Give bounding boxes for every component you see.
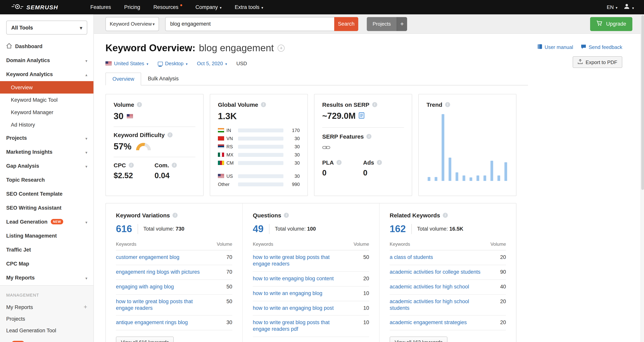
keyword-link[interactable]: a class of students [390,254,481,261]
nav-extra-tools[interactable]: Extra tools [228,0,270,14]
sidebar-item-dashboard[interactable]: Dashboard [0,39,94,53]
info-icon[interactable] [336,160,342,165]
volume-value: 30 [114,111,124,121]
search-input[interactable] [165,17,334,31]
keyword-link[interactable]: how to write engaging blog content [253,276,344,282]
nav-features[interactable]: Features [84,0,118,14]
send-feedback-link[interactable]: Send feedback [581,44,622,51]
management-item-projects[interactable]: Projects [0,313,94,324]
keyword-link[interactable]: academic engagement strategies [390,320,481,326]
language-selector[interactable]: EN [607,4,618,10]
view-all-variations-button[interactable]: View all 616 keywords [116,337,174,342]
management-header: MANAGEMENT [0,286,94,301]
nav-pricing[interactable]: Pricing [118,0,147,14]
keyword-link[interactable]: academic activities for high school stud… [390,298,481,311]
info-icon[interactable] [372,102,377,107]
sidebar-item-marketing-insights[interactable]: Marketing Insights [0,145,94,159]
sidebar-item-keyword-manager[interactable]: Keyword Manager [0,106,94,118]
keyword-link[interactable]: how to write an engaging blog [253,290,344,297]
country-filter[interactable]: United States [106,61,148,66]
info-icon[interactable] [137,102,142,107]
add-keyword-icon[interactable] [278,45,285,51]
tab-overview[interactable]: Overview [106,73,141,85]
sidebar-item-keyword-magic-tool[interactable]: Keyword Magic Tool [0,94,94,106]
sidebar-item-my-reports[interactable]: My Reports [0,271,94,285]
keyword-link[interactable]: how to write great blog posts that engag… [253,320,344,333]
user-menu[interactable] [624,3,634,11]
all-tools-select[interactable]: All Tools [6,21,87,35]
sidebar-item-keyword-analytics[interactable]: Keyword Analytics [0,67,94,81]
info-icon[interactable] [377,160,382,165]
keyword-link[interactable]: academic activities for high school [390,284,481,290]
questions-count: 49 [253,223,264,235]
cpc-value: $2.52 [114,171,154,180]
semrush-logo[interactable]: SEMRUSH [12,3,58,11]
view-all-related-button[interactable]: View all 162 keywords [390,337,448,342]
info-icon[interactable] [284,213,289,218]
nav-resources[interactable]: Resources [147,0,189,14]
projects-button[interactable]: Projects [367,17,397,31]
info-icon[interactable] [443,213,448,218]
com-value: 0.04 [154,171,196,180]
upgrade-button[interactable]: Upgrade [590,17,632,31]
sidebar-item-seo-content-template[interactable]: SEO Content Template [0,187,94,201]
logo-text: SEMRUSH [26,4,58,11]
search-button[interactable]: Search [334,17,358,31]
sidebar-item-topic-research[interactable]: Topic Research [0,173,94,187]
sidebar-item-overview[interactable]: Overview [0,81,94,94]
info-icon[interactable] [261,102,266,107]
date-filter[interactable]: Oct 5, 2020 [197,61,227,66]
page-keyword: blog engagement [199,42,274,54]
keyword-link[interactable]: how to write great blog posts that engag… [253,254,344,267]
info-icon[interactable] [172,163,177,168]
tab-bulk-analysis[interactable]: Bulk Analysis [141,73,185,85]
nav-company[interactable]: Company [189,0,228,14]
info-icon[interactable] [445,102,450,107]
info-icon[interactable] [366,134,372,139]
serp-snapshot-icon[interactable] [359,111,364,121]
keyword-link[interactable]: how to write great blog posts that engag… [116,298,207,311]
sidebar-item-gap-analysis[interactable]: Gap Analysis [0,159,94,173]
export-to-pdf-button[interactable]: Export to PDF [573,56,622,68]
mx-flag-icon [218,152,224,157]
management-item-my-reports[interactable]: My Reports+ [0,301,94,313]
keyword-link[interactable]: antique engagement rings blog [116,320,207,326]
page-scrollbar[interactable] [640,14,644,342]
volume-title: Volume [114,101,134,108]
management-item-lead-generation-tool[interactable]: Lead Generation Tool [0,324,94,336]
add-project-button[interactable]: + [397,17,407,31]
info-icon[interactable] [167,132,172,137]
sidebar-item-seo-writing-assistant[interactable]: SEO Writing Assistant [0,201,94,215]
table-row: how to write an engaging blog post10 [253,301,369,316]
sidebar-item-projects[interactable]: Projects [0,131,94,145]
keyword-link[interactable]: engagement ring blogs with pictures [116,269,207,276]
trend-bar [490,161,493,181]
device-filter[interactable]: Desktop [158,61,188,66]
info-icon[interactable] [172,213,178,218]
trend-bar [456,172,458,181]
management-item-partial[interactable]: NEW [0,336,94,342]
report-scope-select[interactable]: Keyword Overview [106,17,159,31]
chevron-down-icon [86,163,87,169]
chevron-down-icon [86,57,87,63]
sidebar-item-cpc-map[interactable]: CPC Map [0,257,94,271]
trend-bar [462,176,465,181]
sidebar-item-ad-history[interactable]: Ad History [0,118,94,131]
serp-results-value: ~729.0M [322,111,356,121]
sidebar-item-domain-analytics[interactable]: Domain Analytics [0,53,94,67]
keyword-link[interactable]: engaging with aging blog [116,284,207,290]
keyword-link[interactable]: customer engagement blog [116,254,207,261]
info-icon[interactable] [128,163,134,168]
scrollbar-thumb[interactable] [641,15,644,190]
sidebar-item-listing-management[interactable]: Listing Management [0,229,94,243]
global-volume-card: Global Volume 1.3K IN 170 VN 30 [210,94,308,196]
plus-icon[interactable]: + [84,303,87,310]
keyword-link[interactable]: how to write an engaging blog post [253,305,344,311]
trend-bar [498,176,500,181]
sidebar-item-lead-generation[interactable]: Lead GenerationNEW [0,215,94,229]
sidebar-item-traffic-jet[interactable]: Traffic Jet [0,243,94,257]
user-manual-link[interactable]: User manual [537,44,573,51]
chevron-down-icon [261,4,263,10]
table-row: customer engagement blog70 [116,250,232,265]
keyword-link[interactable]: academic activities for college students [390,269,481,276]
